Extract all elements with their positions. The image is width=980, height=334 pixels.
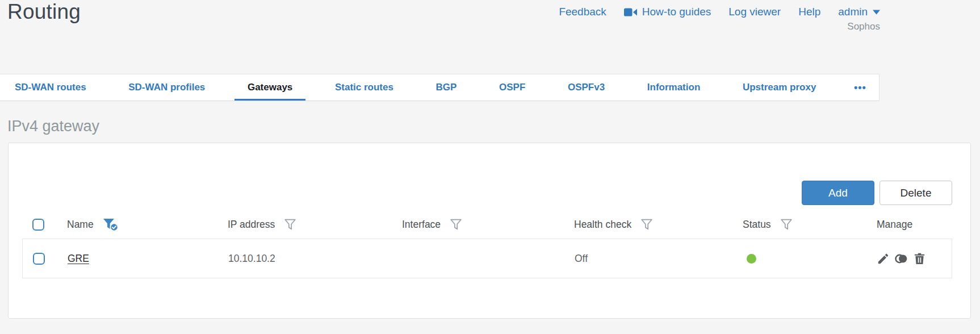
column-header-interface: Interface <box>392 218 564 231</box>
page-title: Routing <box>7 0 81 24</box>
cell-status <box>734 254 868 264</box>
video-icon <box>624 7 637 17</box>
filter-icon[interactable] <box>283 218 297 231</box>
feedback-link[interactable]: Feedback <box>559 6 606 18</box>
log-viewer-link[interactable]: Log viewer <box>728 6 781 18</box>
cell-ip-address: 10.10.10.2 <box>219 253 393 265</box>
tab-ospfv3[interactable]: OSPFv3 <box>553 74 619 101</box>
select-all-cell <box>22 219 57 231</box>
table-body: GRE 10.10.10.2 Off <box>22 239 952 278</box>
caret-down-icon <box>873 10 880 15</box>
help-link[interactable]: Help <box>798 6 820 18</box>
table-header-row: Name IP address Interface Health check S… <box>22 210 952 239</box>
header-links: Feedback How-to guides Log viewer Help a… <box>559 6 880 18</box>
gateway-name-link[interactable]: GRE <box>68 253 89 264</box>
header-right: Feedback How-to guides Log viewer Help a… <box>559 6 880 32</box>
column-header-status: Status <box>733 218 867 231</box>
column-header-ip-address: IP address <box>218 218 392 231</box>
filter-icon[interactable] <box>449 218 463 231</box>
page-header: Routing Feedback How-to guides Log viewe… <box>0 0 980 74</box>
cell-manage <box>868 252 952 265</box>
tab-static-routes[interactable]: Static routes <box>320 74 408 101</box>
delete-icon[interactable] <box>913 252 926 265</box>
status-up-dot <box>747 254 756 264</box>
tab-ospf[interactable]: OSPF <box>484 74 540 101</box>
tab-sd-wan-profiles[interactable]: SD-WAN profiles <box>114 74 220 101</box>
table-toolbar: Add Delete <box>22 181 952 205</box>
filter-icon[interactable] <box>780 218 793 231</box>
tab-bar: SD-WAN routes SD-WAN profiles Gateways S… <box>0 74 880 101</box>
select-all-checkbox[interactable] <box>32 219 44 231</box>
delete-button[interactable]: Delete <box>880 181 952 205</box>
how-to-guides-link[interactable]: How-to guides <box>624 6 711 18</box>
tab-information[interactable]: Information <box>633 74 715 101</box>
clone-icon[interactable] <box>895 252 908 265</box>
edit-icon[interactable] <box>877 252 890 265</box>
tab-sd-wan-routes[interactable]: SD-WAN routes <box>0 74 101 101</box>
filter-icon[interactable] <box>640 218 654 231</box>
filter-active-icon[interactable] <box>102 218 119 232</box>
row-checkbox[interactable] <box>33 253 45 265</box>
admin-menu[interactable]: admin <box>838 6 880 18</box>
tab-bgp[interactable]: BGP <box>421 74 472 101</box>
column-header-manage: Manage <box>867 219 952 231</box>
add-button[interactable]: Add <box>802 181 874 205</box>
tab-gateways[interactable]: Gateways <box>233 74 307 101</box>
gateway-card: Add Delete Name IP address Interface Hea… <box>8 143 971 319</box>
row-select-cell <box>23 253 58 265</box>
table-row: GRE 10.10.10.2 Off <box>23 239 952 278</box>
section-title: IPv4 gateway <box>7 118 980 135</box>
tab-upstream-proxy[interactable]: Upstream proxy <box>728 74 831 101</box>
cell-name: GRE <box>58 253 219 265</box>
column-header-name: Name <box>57 218 218 232</box>
cell-health-check: Off <box>565 253 734 265</box>
tab-more-menu[interactable]: ••• <box>844 74 877 101</box>
brand-label: Sophos <box>847 21 880 32</box>
column-header-health-check: Health check <box>564 218 733 231</box>
